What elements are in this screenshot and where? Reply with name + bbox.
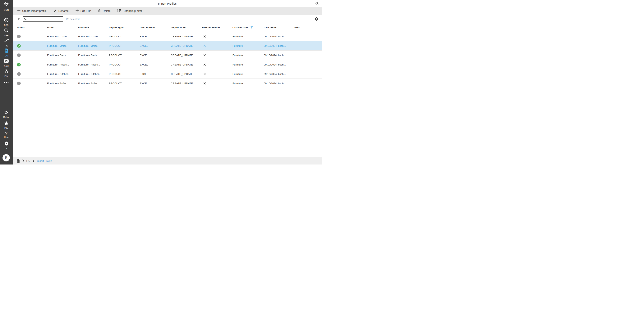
sidebar-item-label: OMN [4, 9, 8, 11]
cell-data-format: EXCEL [135, 44, 166, 47]
cell-import-mode: CREATE_UPDATE [166, 44, 198, 47]
star-icon [4, 121, 9, 126]
breadcrumb-item-eai[interactable]: EAI [26, 160, 30, 162]
cell-name: Furniture - Chairs [43, 35, 74, 38]
process-chain-icon [4, 38, 9, 44]
edit-ftp-button[interactable]: Edit FTP [76, 9, 91, 13]
filter-bar: 1/6 selected [13, 15, 322, 23]
import-document-icon[interactable] [16, 159, 20, 163]
table-settings-gear-icon[interactable] [314, 17, 319, 21]
chevrons-right-icon [4, 111, 9, 115]
search-input[interactable] [23, 16, 63, 22]
main-panel: Import Profiles Create import profile Re… [13, 0, 322, 164]
cell-import-type: PRODUCT [104, 44, 135, 47]
sidebar-item-unfold[interactable]: Unfold [0, 111, 13, 118]
column-header-import-type[interactable]: Import Type [104, 26, 135, 29]
table-row[interactable]: !Furniture - KitchenFurniture - KitchenP… [13, 69, 322, 79]
column-header-status[interactable]: Status [13, 26, 43, 29]
plus-icon [76, 9, 79, 13]
funnel-icon[interactable] [250, 26, 253, 29]
cell-import-type: PRODUCT [104, 82, 135, 85]
cell-identifier: Furniture - Sofas [74, 82, 104, 85]
column-header-last-edited[interactable]: Last edited [259, 26, 290, 29]
button-label: Create import profile [22, 9, 46, 12]
x-mark-icon [203, 63, 206, 66]
sidebar-item-label: PIM [4, 75, 8, 77]
column-header-data-format[interactable]: Data Format [135, 26, 166, 29]
column-header-name[interactable]: Name [43, 26, 74, 29]
cell-name: Furniture - Office [43, 44, 74, 47]
funnel-icon[interactable] [17, 18, 20, 20]
status-success-icon [17, 44, 21, 48]
rename-button[interactable]: Rename [54, 9, 68, 13]
table-row[interactable]: Furniture - OfficeFurniture - OfficePROD… [13, 41, 322, 50]
toolbar: Create import profile Rename Edit FTP [13, 7, 322, 15]
cell-import-type: PRODUCT [104, 63, 135, 66]
cell-name: Furniture - Sofas [43, 82, 74, 85]
cell-classification: Furniture [228, 73, 259, 75]
cell-last-edited: 09/10/2024, bsch... [259, 35, 290, 38]
status-success-icon [17, 63, 21, 66]
sidebar-item-label: FAV [4, 127, 8, 129]
cell-classification: Furniture [228, 44, 259, 47]
sidebar-item-dbd[interactable]: DBD [0, 18, 13, 26]
cell-data-format: EXCEL [135, 82, 166, 85]
button-label: F.MappingEditor [123, 9, 142, 12]
avatar-initial: B [5, 156, 8, 160]
media-asset-icon [4, 58, 9, 64]
cell-last-edited: 09/10/2024, bsch... [259, 73, 290, 75]
sidebar-item-cc[interactable]: CC [0, 141, 13, 150]
x-mark-icon [203, 54, 206, 56]
cell-identifier: Furniture - Beds [74, 54, 104, 57]
column-header-note[interactable]: Note [290, 26, 322, 29]
cell-identifier: Furniture - Chairs [74, 35, 104, 38]
sidebar-item-label: Help [4, 136, 8, 138]
table-row[interactable]: Furniture - Acces...Furniture - Acces...… [13, 60, 322, 69]
sidebar-item-more[interactable] [0, 81, 13, 84]
search-box [23, 16, 63, 22]
cell-name: Furniture - Beds [43, 54, 74, 57]
column-header-classification[interactable]: Classification [228, 26, 259, 29]
cell-import-mode: CREATE_UPDATE [166, 35, 198, 38]
status-warning-icon: ! [17, 35, 21, 38]
ellipsis-icon [4, 81, 9, 84]
table-row[interactable]: !Furniture - ChairsFurniture - ChairsPRO… [13, 32, 322, 41]
sidebar-item-dam[interactable]: DAM [0, 58, 13, 67]
collapse-panel-button[interactable] [315, 1, 319, 5]
sidebar-item-pc[interactable]: PC [0, 38, 13, 47]
sidebar-item-eai[interactable]: EAI [0, 48, 13, 57]
pencil-icon [54, 9, 57, 13]
column-header-ftp-deposited[interactable]: FTP deposited [198, 26, 228, 29]
table-row[interactable]: !Furniture - BedsFurniture - BedsPRODUCT… [13, 50, 322, 60]
sidebar-item-help[interactable]: ? Help [0, 131, 13, 138]
column-header-import-mode[interactable]: Import Mode [166, 26, 198, 29]
create-import-profile-button[interactable]: Create import profile [17, 9, 46, 13]
table-body: !Furniture - ChairsFurniture - ChairsPRO… [13, 32, 322, 88]
cell-name: Furniture - Kitchen [43, 73, 74, 75]
cell-import-type: PRODUCT [104, 73, 135, 75]
breadcrumb-item-import-profile[interactable]: Import Profile [36, 160, 52, 162]
sidebar-item-fav[interactable]: FAV [0, 121, 13, 129]
user-avatar[interactable]: B [2, 154, 10, 161]
mapping-editor-button[interactable]: F.MappingEditor [118, 9, 142, 13]
plus-icon [17, 9, 20, 13]
cell-status [13, 44, 43, 48]
sidebar-item-srh[interactable]: SRH [0, 28, 13, 36]
cell-data-format: EXCEL [135, 54, 166, 57]
sidebar-item-pim[interactable]: P PIM [0, 68, 13, 77]
cell-classification: Furniture [228, 82, 259, 85]
x-mark-icon [203, 35, 206, 38]
trash-icon [98, 9, 101, 13]
column-header-identifier[interactable]: Identifier [74, 26, 104, 29]
cell-import-mode: CREATE_UPDATE [166, 82, 198, 85]
sidebar-item-omn[interactable]: OMN [0, 2, 13, 11]
cell-ftp-deposited [198, 63, 228, 66]
button-label: Edit FTP [80, 9, 91, 12]
cell-last-edited: 09/10/2024, bsch... [259, 82, 290, 85]
dashboard-gauge-icon [4, 18, 9, 23]
table-row[interactable]: !Furniture - SofasFurniture - SofasPRODU… [13, 79, 322, 88]
cell-status: ! [13, 72, 43, 76]
cell-status: ! [13, 35, 43, 38]
delete-button[interactable]: Delete [98, 9, 110, 13]
table-header: Status Name Identifier Import Type Data … [13, 23, 322, 32]
